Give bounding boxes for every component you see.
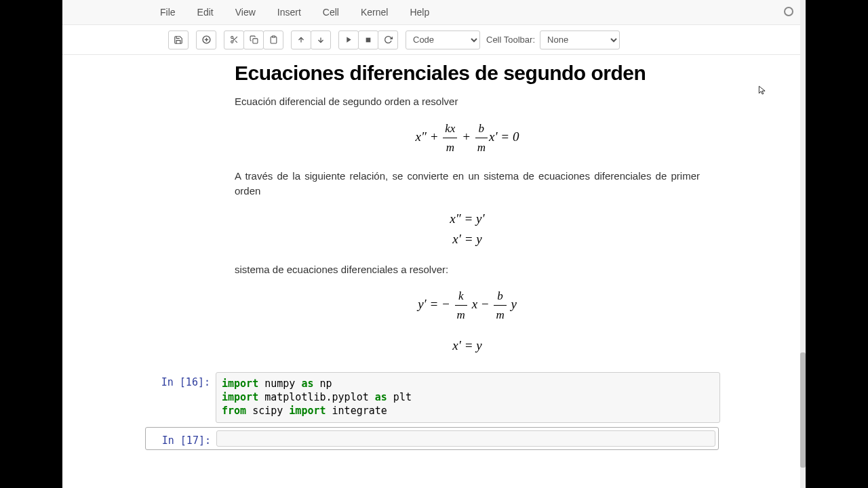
cell-type-select[interactable]: Code: [406, 30, 480, 49]
save-icon: [174, 35, 183, 45]
move-down-button[interactable]: [311, 30, 331, 49]
mouse-cursor-icon: [757, 83, 767, 97]
stop-icon: [365, 37, 372, 43]
md-paragraph: Ecuación diferencial de segundo orden a …: [235, 94, 700, 110]
paste-button[interactable]: [263, 30, 283, 49]
menu-help[interactable]: Help: [399, 1, 440, 23]
math-equation-3: y′ = − km x − bm y x′ = y: [235, 287, 700, 356]
menu-insert[interactable]: Insert: [267, 1, 312, 23]
vertical-scrollbar[interactable]: [800, 0, 806, 488]
notebook-container[interactable]: Ecuaciones diferenciales de segundo orde…: [62, 55, 806, 488]
save-button[interactable]: [168, 30, 189, 49]
page-title: Ecuaciones diferenciales de segundo orde…: [235, 62, 700, 85]
code-input[interactable]: [216, 430, 715, 447]
math-equation-1: x″ + kxm + bmx′ = 0: [235, 119, 700, 157]
menu-cell[interactable]: Cell: [312, 1, 350, 23]
menu-bar: File Edit View Insert Cell Kernel Help: [62, 0, 806, 25]
input-prompt: In [16]:: [148, 372, 216, 423]
svg-rect-8: [252, 39, 257, 43]
cut-button[interactable]: [224, 30, 244, 49]
svg-line-7: [233, 38, 234, 39]
move-up-button[interactable]: [291, 30, 311, 49]
cell-toolbar-select[interactable]: None: [540, 30, 620, 49]
menu-kernel[interactable]: Kernel: [350, 1, 399, 23]
paste-icon: [269, 35, 278, 44]
plus-icon: [202, 35, 211, 44]
kernel-idle-icon: [784, 7, 793, 16]
md-paragraph: sistema de ecuaciones diferenciales a re…: [235, 262, 700, 278]
toolbar: Code Cell Toolbar: None: [62, 25, 806, 55]
arrow-down-icon: [317, 36, 325, 44]
copy-icon: [250, 35, 258, 44]
svg-line-6: [235, 41, 237, 43]
run-button[interactable]: [338, 30, 359, 49]
markdown-cell[interactable]: Ecuaciones diferenciales de segundo orde…: [68, 59, 800, 371]
add-cell-button[interactable]: [196, 30, 216, 49]
scrollbar-thumb[interactable]: [800, 352, 806, 468]
copy-button[interactable]: [243, 30, 264, 49]
math-equation-2: x″ = y′ x′ = y: [235, 209, 700, 250]
svg-marker-12: [347, 37, 351, 42]
svg-rect-9: [272, 36, 275, 37]
code-cell-16[interactable]: In [16]: import numpy as np import matpl…: [148, 372, 720, 423]
svg-point-4: [231, 41, 233, 43]
stop-button[interactable]: [358, 30, 378, 49]
svg-rect-13: [366, 37, 371, 42]
svg-point-3: [231, 37, 233, 39]
menu-edit[interactable]: Edit: [186, 1, 224, 23]
play-icon: [345, 36, 353, 43]
arrow-up-icon: [297, 36, 305, 44]
restart-button[interactable]: [378, 30, 398, 49]
menu-file[interactable]: File: [149, 1, 186, 23]
cut-icon: [230, 35, 239, 44]
input-prompt: In [17]:: [149, 430, 216, 447]
md-paragraph: A través de la siguiente relación, se co…: [235, 169, 700, 199]
code-cell-17[interactable]: In [17]:: [145, 427, 719, 450]
cell-toolbar-label: Cell Toolbar:: [486, 35, 535, 45]
code-input[interactable]: import numpy as np import matplotlib.pyp…: [216, 372, 720, 423]
menu-view[interactable]: View: [224, 1, 267, 23]
refresh-icon: [384, 35, 393, 44]
